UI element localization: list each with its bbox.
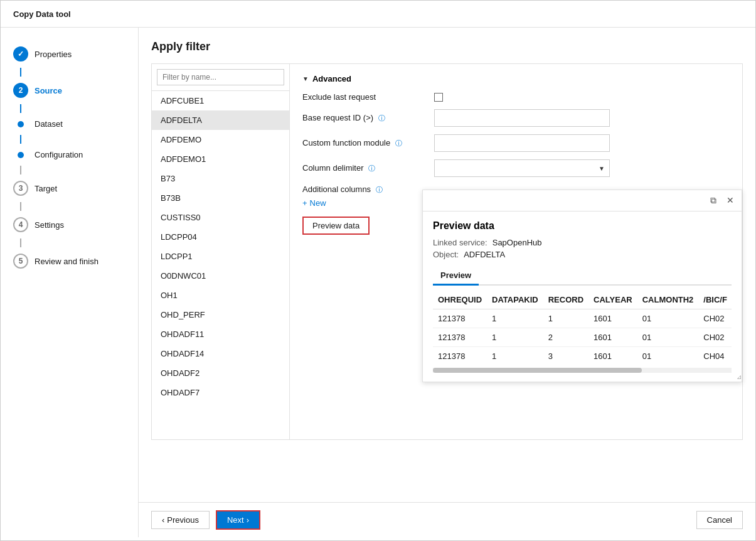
preview-table-container: OHREQUID DATAPAKID RECORD CALYEAR CALMON… — [433, 286, 732, 365]
preview-panel-header: ⧉ ✕ — [423, 190, 742, 212]
content-body: Apply filter ADFCUBE1 ADFDELTA ADFDEMO A… — [139, 28, 755, 502]
list-item[interactable]: OHD_PERF — [152, 305, 289, 324]
custom-function-module-input[interactable] — [434, 134, 610, 152]
list-item[interactable]: OH1 — [152, 286, 289, 305]
new-label: New — [310, 198, 326, 208]
preview-table: OHREQUID DATAPAKID RECORD CALYEAR CALMON… — [433, 291, 732, 365]
filter-search-input[interactable] — [157, 69, 284, 85]
connector-6 — [20, 238, 21, 247]
list-item[interactable]: O0DNWC01 — [152, 266, 289, 286]
list-item[interactable]: ADFDEMO1 — [152, 149, 289, 169]
chevron-left-icon: ‹ — [162, 515, 164, 525]
list-item[interactable]: ADFCUBE1 — [152, 91, 289, 110]
filter-right: ▼ Advanced Exclude last request Base req… — [290, 64, 742, 439]
list-item[interactable]: CUSTISS0 — [152, 208, 289, 227]
cell: 1601 — [588, 309, 637, 328]
connector-3 — [20, 135, 21, 144]
connector-1 — [20, 68, 21, 77]
table-row: 121378 1 3 1601 01 CH04 — [433, 347, 732, 366]
previous-button[interactable]: ‹ Previous — [151, 511, 210, 529]
close-icon[interactable]: ✕ — [724, 194, 737, 207]
resize-handle-icon[interactable]: ⊿ — [733, 373, 742, 382]
expand-icon[interactable]: ⧉ — [708, 194, 719, 207]
sidebar-item-review[interactable]: 5 Review and finish — [1, 247, 138, 275]
collapse-arrow-icon[interactable]: ▼ — [302, 75, 309, 82]
base-request-id-input[interactable] — [434, 109, 610, 127]
cell: 121378 — [433, 309, 487, 328]
list-item[interactable]: OHDADF11 — [152, 324, 289, 344]
next-label: Next — [227, 515, 244, 525]
object-label: Object: — [433, 250, 459, 259]
connector-4 — [20, 166, 21, 174]
list-item[interactable]: LDCPP1 — [152, 247, 289, 266]
cancel-button[interactable]: Cancel — [696, 511, 743, 529]
cell: CH02 — [698, 328, 732, 347]
list-item[interactable]: LDCPP04 — [152, 227, 289, 247]
dot-configuration — [18, 152, 24, 158]
cell: 1 — [487, 309, 543, 328]
list-item-selected[interactable]: ADFDELTA — [152, 110, 289, 130]
column-delimiter-select-wrapper: ▼ — [434, 159, 610, 177]
preview-data-panel: ⧉ ✕ Preview data Linked service: SapOpen… — [422, 190, 742, 382]
sidebar-item-properties[interactable]: ✓ Properties — [1, 40, 138, 68]
list-item[interactable]: ADFDEMO — [152, 130, 289, 149]
sidebar-item-dataset[interactable]: Dataset — [1, 113, 138, 135]
preview-scrollbar[interactable] — [433, 368, 732, 373]
sidebar-label-source: Source — [35, 86, 62, 95]
exclude-last-request-checkbox[interactable] — [434, 93, 443, 102]
table-header-row: OHREQUID DATAPAKID RECORD CALYEAR CALMON… — [433, 291, 732, 309]
list-item[interactable]: OHDADF2 — [152, 363, 289, 383]
app-title: Copy Data tool — [13, 9, 71, 19]
connector-5 — [20, 202, 21, 211]
step-circle-settings: 4 — [13, 217, 28, 232]
cell: CH04 — [698, 347, 732, 366]
preview-tabs: Preview — [433, 267, 732, 286]
cell: 2 — [543, 328, 588, 347]
sidebar-item-configuration[interactable]: Configuration — [1, 144, 138, 166]
base-request-id-label: Base request ID (>) ⓘ — [302, 113, 428, 123]
exclude-last-request-label: Exclude last request — [302, 92, 428, 102]
dot-dataset — [18, 121, 24, 127]
cell: 01 — [637, 309, 699, 328]
column-delimiter-select[interactable] — [434, 159, 610, 177]
column-delimiter-row: Column delimiter ⓘ ▼ — [302, 159, 730, 177]
preview-data-button[interactable]: Preview data — [302, 217, 370, 235]
sidebar-item-source[interactable]: 2 Source — [1, 77, 138, 104]
cell: 1 — [543, 309, 588, 328]
step-circle-target: 3 — [13, 181, 28, 196]
sidebar-item-target[interactable]: 3 Target — [1, 174, 138, 202]
sidebar-item-settings[interactable]: 4 Settings — [1, 211, 138, 238]
exclude-last-request-row: Exclude last request — [302, 92, 730, 102]
cell: 1601 — [588, 347, 637, 366]
filter-search-container — [152, 64, 289, 91]
tab-preview[interactable]: Preview — [433, 267, 479, 286]
col-datapakid: DATAPAKID — [487, 291, 543, 309]
cell: 1 — [487, 328, 543, 347]
list-item[interactable]: B73 — [152, 169, 289, 188]
step-circle-review: 5 — [13, 254, 28, 269]
preview-panel-title: Preview data — [433, 220, 732, 232]
footer: ‹ Previous Next › Cancel — [139, 502, 755, 537]
connector-2 — [20, 104, 21, 113]
page-title: Apply filter — [151, 40, 743, 53]
scrollbar-thumb — [433, 368, 642, 373]
custom-function-module-row: Custom function module ⓘ — [302, 134, 730, 152]
cell: 01 — [637, 347, 699, 366]
step-circle-properties: ✓ — [13, 46, 28, 62]
linked-service-label: Linked service: — [433, 238, 487, 247]
list-item[interactable]: OHDADF7 — [152, 383, 289, 402]
col-record: RECORD — [543, 291, 588, 309]
cell: 01 — [637, 328, 699, 347]
previous-label: Previous — [167, 515, 199, 525]
list-item[interactable]: B73B — [152, 188, 289, 208]
col-ohrequid: OHREQUID — [433, 291, 487, 309]
next-button[interactable]: Next › — [216, 510, 260, 530]
list-item[interactable]: OHDADF14 — [152, 344, 289, 363]
column-delimiter-info-icon: ⓘ — [368, 164, 375, 172]
custom-function-info-icon: ⓘ — [395, 139, 402, 147]
table-row: 121378 1 1 1601 01 CH02 — [433, 309, 732, 328]
cell: 1601 — [588, 328, 637, 347]
additional-columns-label: Additional columns ⓘ — [302, 185, 428, 195]
title-bar: Copy Data tool — [1, 1, 755, 28]
custom-function-module-label: Custom function module ⓘ — [302, 138, 428, 148]
